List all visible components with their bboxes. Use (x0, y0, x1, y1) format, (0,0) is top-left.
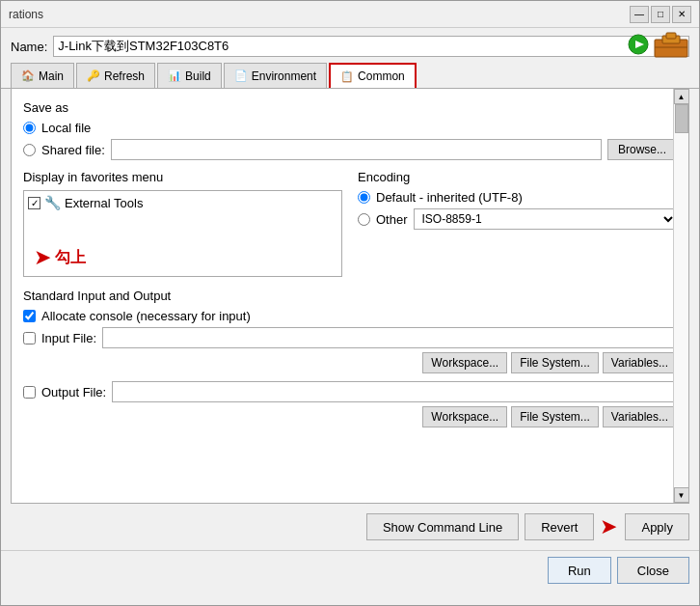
dialog-window: rations — □ ✕ Name: 🏠 Main (0, 0, 700, 606)
save-as-section: Save as Local file Shared file: Browse..… (23, 100, 677, 160)
tab-build[interactable]: 📊 Build (157, 63, 222, 88)
tab-refresh[interactable]: 🔑 Refresh (76, 63, 155, 88)
scroll-up-arrow[interactable]: ▲ (674, 89, 689, 104)
workspace-button-1[interactable]: Workspace... (422, 352, 507, 373)
encoding-title: Encoding (358, 170, 677, 184)
main-tab-icon: 🏠 (21, 69, 35, 82)
shared-file-label: Shared file: (41, 143, 105, 157)
filesystem-button-1[interactable]: File System... (511, 352, 599, 373)
scroll-down-arrow[interactable]: ▼ (674, 487, 689, 503)
refresh-tab-icon: 🔑 (87, 69, 100, 82)
standard-io-section: Standard Input and Output Allocate conso… (23, 289, 677, 427)
env-tab-icon: 📄 (234, 69, 248, 82)
window-title: rations (9, 8, 43, 21)
shared-file-radio[interactable] (23, 144, 36, 156)
local-file-label: Local file (41, 121, 91, 135)
encoding-default-row: Default - inherited (UTF-8) (358, 190, 677, 205)
name-input[interactable] (53, 36, 689, 57)
allocate-console-row: Allocate console (necessary for input) (23, 309, 677, 323)
content-area: Save as Local file Shared file: Browse..… (11, 89, 689, 504)
tab-build-label: Build (185, 69, 211, 83)
maximize-button[interactable]: □ (651, 6, 670, 23)
variables-button-2[interactable]: Variables... (603, 406, 677, 427)
name-row: Name: (1, 28, 699, 63)
tab-main-label: Main (39, 69, 64, 83)
encoding-other-select[interactable]: ISO-8859-1 (414, 208, 677, 230)
encoding-default-radio[interactable] (358, 191, 370, 204)
tabs-bar: 🏠 Main 🔑 Refresh 📊 Build 📄 Environment 📋… (1, 63, 699, 89)
tab-refresh-label: Refresh (104, 69, 145, 83)
tab-environment[interactable]: 📄 Environment (224, 63, 327, 88)
output-file-buttons: Workspace... File System... Variables... (23, 406, 677, 427)
encoding-section: Encoding Default - inherited (UTF-8) Oth… (358, 170, 677, 277)
shared-file-row: Shared file: Browse... (23, 139, 677, 160)
encoding-default-label: Default - inherited (UTF-8) (376, 190, 523, 205)
external-tools-label: External Tools (65, 196, 143, 210)
input-file-input[interactable] (102, 327, 677, 348)
browse-button[interactable]: Browse... (607, 139, 677, 160)
save-as-title: Save as (23, 100, 677, 115)
input-file-buttons: Workspace... File System... Variables... (23, 352, 677, 373)
allocate-console-checkbox[interactable] (23, 310, 36, 322)
apply-button[interactable]: Apply (625, 513, 689, 540)
input-file-checkbox[interactable] (23, 332, 36, 344)
local-file-radio[interactable] (23, 122, 36, 134)
apply-arrow-icon: ➤ (600, 514, 617, 539)
scroll-thumb[interactable] (675, 104, 688, 133)
tool-icon: 🔧 (44, 195, 61, 210)
output-file-input[interactable] (112, 381, 677, 402)
allocate-console-label: Allocate console (necessary for input) (41, 309, 251, 323)
input-file-row: Input File: (23, 327, 677, 348)
revert-button[interactable]: Revert (525, 513, 594, 540)
favorites-item: ✓ 🔧 External Tools (28, 195, 337, 210)
title-bar: rations — □ ✕ (1, 1, 699, 28)
minimize-button[interactable]: — (630, 6, 649, 23)
toolbox-icon (653, 30, 689, 59)
tab-common-label: Common (358, 69, 405, 83)
name-label: Name: (11, 40, 47, 54)
output-file-checkbox[interactable] (23, 386, 36, 399)
annotation: ➤ 勾上 (34, 245, 86, 270)
window-controls: — □ ✕ (630, 6, 691, 23)
run-button[interactable]: Run (548, 557, 611, 584)
favorites-box: ✓ 🔧 External Tools ➤ 勾上 (23, 190, 342, 277)
build-tab-icon: 📊 (168, 69, 181, 82)
filesystem-button-2[interactable]: File System... (511, 406, 599, 427)
bottom-bar: Run Close (1, 550, 699, 590)
favorites-title: Display in favorites menu (23, 170, 342, 184)
two-col-section: Display in favorites menu ✓ 🔧 External T… (23, 170, 677, 277)
svg-rect-4 (666, 33, 676, 39)
encoding-other-radio[interactable] (358, 213, 370, 226)
workspace-button-2[interactable]: Workspace... (422, 406, 507, 427)
shared-file-input[interactable] (111, 139, 602, 160)
local-file-row: Local file (23, 121, 677, 135)
tab-main[interactable]: 🏠 Main (11, 63, 74, 88)
action-bar: Show Command Line Revert ➤ Apply (1, 504, 699, 550)
output-file-label: Output File: (41, 385, 106, 399)
favorites-section: Display in favorites menu ✓ 🔧 External T… (23, 170, 342, 277)
close-button[interactable]: ✕ (672, 6, 691, 23)
output-file-row: Output File: (23, 381, 677, 402)
logo-area (628, 30, 689, 59)
arrow-right-icon: ➤ (34, 245, 51, 270)
encoding-other-label: Other (376, 212, 408, 227)
annotation-text: 勾上 (55, 248, 86, 268)
tab-common[interactable]: 📋 Common (329, 63, 417, 88)
tab-environment-label: Environment (252, 69, 316, 83)
show-command-line-button[interactable]: Show Command Line (366, 513, 519, 540)
input-file-label: Input File: (41, 331, 96, 345)
external-tools-checkbox[interactable]: ✓ (28, 197, 40, 209)
play-icon (628, 34, 649, 55)
scroll-track (674, 104, 688, 487)
encoding-other-row: Other ISO-8859-1 (358, 208, 677, 230)
common-tab-icon: 📋 (340, 70, 354, 83)
scrollbar[interactable]: ▲ ▼ (673, 89, 688, 503)
close-button[interactable]: Close (617, 557, 689, 584)
std-io-title: Standard Input and Output (23, 289, 677, 303)
variables-button-1[interactable]: Variables... (603, 352, 677, 373)
